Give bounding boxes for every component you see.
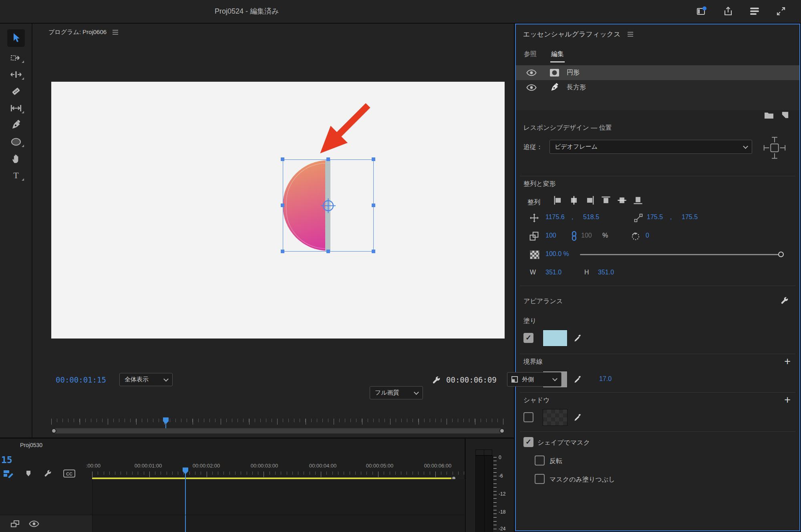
fullscreen-button[interactable] [775,5,787,18]
layer-name: 円形 [567,69,580,77]
zoom-level-dropdown[interactable]: 全体表示 [119,373,173,386]
width-value[interactable]: 351.0 [545,269,562,276]
shape-mask-checkbox[interactable] [523,437,533,447]
align-top-icon[interactable] [601,195,611,206]
selection-handle-nw[interactable] [281,157,284,161]
selection-handle-sw[interactable] [281,250,284,253]
timeline-timecode-fragment[interactable]: 15 [1,455,12,465]
eyedropper-icon[interactable] [573,375,583,384]
eyedropper-icon[interactable] [573,413,583,422]
ripple-edit-tool[interactable] [7,68,25,81]
eye-icon[interactable] [526,69,537,76]
hand-tool[interactable] [7,152,25,165]
height-value[interactable]: 351.0 [598,269,614,276]
program-canvas[interactable] [51,82,505,339]
layer-row-circle[interactable]: 円形 [516,65,799,80]
project-panel-notification-button[interactable] [695,5,708,18]
timeline-settings-wrench-icon[interactable] [43,469,52,478]
playback-quality-dropdown[interactable]: フル画質 [370,386,423,399]
align-center-horizontal-icon[interactable] [569,195,579,206]
panel-menu-icon[interactable] [112,30,119,35]
layer-row-rectangle[interactable]: 長方形 [516,80,799,95]
position-separator: , [572,214,573,221]
follow-dropdown[interactable]: ビデオフレーム [549,140,752,154]
selection-handle-se[interactable] [372,250,375,253]
ellipse-icon [10,137,22,147]
razor-tool[interactable] [7,85,25,97]
program-time-ruler[interactable] [51,419,505,425]
selection-handle-ne[interactable] [372,157,375,161]
pen-tool[interactable] [7,119,25,131]
pen-layer-icon [549,83,559,92]
selection-handle-s[interactable] [326,250,330,253]
sequence-icon[interactable] [3,469,14,478]
stroke-position-dropdown[interactable]: 外側 [507,372,562,387]
align-bottom-icon[interactable] [633,195,643,206]
tab-edit[interactable]: 編集 [551,50,564,58]
shadow-color-swatch[interactable] [543,409,568,426]
link-scale-icon[interactable] [570,231,578,241]
anchor-point-tool-icon [634,213,643,223]
fill-color-swatch[interactable] [543,330,568,347]
meter-scale-label: -12 [499,491,505,497]
timeline-ruler[interactable] [92,472,465,477]
audio-level-bars[interactable] [475,455,493,532]
anchor-x-value[interactable]: 175.5 [647,214,663,221]
settings-wrench-icon[interactable] [431,375,441,385]
responsive-pin-widget[interactable] [760,133,789,162]
timeline-tab[interactable]: Proj0530 [20,442,42,448]
timeline-panel: Proj0530 15 CC :00:00 00:00:01:00 00:00:… [0,439,465,532]
appearance-wrench-icon[interactable] [780,296,789,305]
opacity-value[interactable]: 100.0 % [545,250,569,258]
selection-handle-n[interactable] [326,157,330,161]
panel-menu-icon[interactable] [627,32,634,37]
align-left-icon[interactable] [553,195,563,206]
new-layer-icon[interactable] [781,111,790,119]
insert-overwrite-icon[interactable] [10,520,20,528]
selection-tool[interactable] [7,29,25,47]
track-select-forward-tool[interactable] [7,51,25,64]
stroke-width-value[interactable]: 17.0 [599,375,612,383]
height-label: H [584,269,589,276]
opacity-slider-knob[interactable] [778,252,784,257]
current-timecode[interactable]: 00:00:01:15 [56,375,106,384]
ruler-label: 00:00:06:00 [424,463,452,469]
scale-width-value[interactable]: 100 [545,232,556,239]
shadow-row [516,409,799,427]
closed-captions-icon[interactable]: CC [63,470,75,478]
scrollbar-left-knob[interactable] [51,428,56,433]
eye-icon[interactable] [29,520,39,527]
position-x-value[interactable]: 1175.6 [545,214,565,221]
marker-icon[interactable] [25,470,32,478]
invert-mask-checkbox[interactable] [535,455,545,466]
share-export-icon [723,6,733,16]
add-stroke-button[interactable]: + [784,356,791,367]
fill-mask-only-checkbox[interactable] [535,474,545,484]
fill-checkbox[interactable] [523,333,533,343]
slip-tool[interactable] [7,102,25,114]
ellipse-tool[interactable] [7,135,25,148]
quick-export-button[interactable] [722,5,735,18]
shadow-checkbox[interactable] [523,412,533,422]
workspaces-button[interactable] [748,5,761,18]
scale-height-value[interactable]: 100 [581,232,592,239]
anchor-point-icon[interactable] [320,197,336,214]
layer-name: 長方形 [567,83,586,92]
anchor-y-value[interactable]: 175.5 [682,214,698,221]
program-scrollbar[interactable] [51,428,505,433]
selection-handle-e[interactable] [372,204,375,207]
new-group-folder-icon[interactable] [764,111,774,119]
add-shadow-button[interactable]: + [784,395,791,405]
scrollbar-right-knob[interactable] [499,428,505,433]
tab-browse[interactable]: 参照 [524,50,537,58]
type-tool[interactable]: T [7,169,25,181]
ripple-edit-icon [10,70,22,79]
align-right-icon[interactable] [585,195,595,206]
opacity-slider[interactable] [580,254,781,255]
rotation-value[interactable]: 0 [646,232,649,239]
eyedropper-icon[interactable] [573,333,583,343]
selection-handle-w[interactable] [281,204,284,207]
align-center-vertical-icon[interactable] [617,195,627,206]
position-y-value[interactable]: 518.5 [583,214,599,221]
eye-icon[interactable] [526,84,537,91]
